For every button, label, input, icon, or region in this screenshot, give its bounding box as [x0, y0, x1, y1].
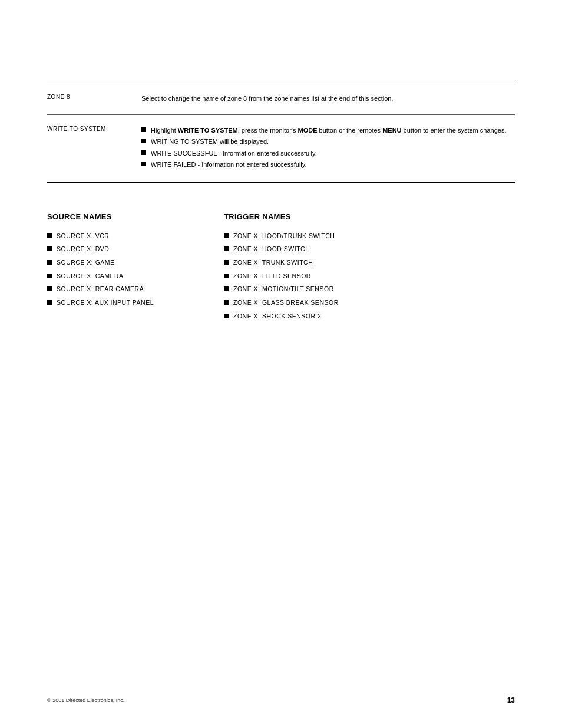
source-label-rear-camera: SOURCE X: REAR CAMERA [57, 285, 144, 294]
bullet-item-3: WRITE SUCCESSFUL - Information entered s… [141, 149, 515, 159]
page-footer: © 2001 Directed Electronics, Inc. 13 [47, 696, 515, 704]
source-bullet-6 [47, 300, 52, 305]
source-bullet-2 [47, 246, 52, 251]
source-bullet-4 [47, 274, 52, 278]
source-item-game: SOURCE X: GAME [47, 258, 200, 267]
trigger-bullet-5 [224, 286, 229, 291]
source-label-game: SOURCE X: GAME [57, 258, 115, 267]
trigger-names-column: Trigger Names ZONE X: HOOD/TRUNK SWITCH … [212, 212, 515, 325]
source-label-aux: SOURCE X: AUX INPUT PANEL [57, 298, 154, 307]
bullet-icon-1 [141, 127, 146, 132]
trigger-label-hood-trunk: ZONE X: HOOD/TRUNK SWITCH [233, 232, 335, 241]
bullet-item-4: WRITE FAILED - Information not entered s… [141, 160, 515, 170]
source-label-camera: SOURCE X: CAMERA [57, 272, 124, 281]
source-bullet-3 [47, 260, 52, 265]
bullet-text-3: WRITE SUCCESSFUL - Information entered s… [151, 149, 317, 159]
trigger-bullet-6 [224, 300, 229, 305]
source-names-heading: Source Names [47, 212, 200, 221]
source-bullet-5 [47, 286, 52, 291]
trigger-item-hood-trunk: ZONE X: HOOD/TRUNK SWITCH [224, 232, 515, 241]
source-item-dvd: SOURCE X: DVD [47, 245, 200, 253]
source-names-column: Source Names SOURCE X: VCR SOURCE X: DVD… [47, 212, 212, 325]
footer-copyright: © 2001 Directed Electronics, Inc. [47, 697, 124, 703]
trigger-label-motion: ZONE X: MOTION/TILT SENSOR [233, 285, 334, 294]
bold-mode: MODE [297, 127, 317, 134]
source-item-camera: SOURCE X: CAMERA [47, 272, 200, 281]
trigger-item-shock: ZONE X: SHOCK SENSOR 2 [224, 312, 515, 321]
bullet-icon-4 [141, 162, 146, 166]
bullet-item-2: WRITING TO SYSTEM will be displayed. [141, 137, 515, 147]
source-item-aux: SOURCE X: AUX INPUT PANEL [47, 298, 200, 307]
footer-page-number: 13 [507, 696, 515, 704]
trigger-list: ZONE X: HOOD/TRUNK SWITCH ZONE X: HOOD S… [224, 232, 515, 321]
trigger-item-trunk: ZONE X: TRUNK SWITCH [224, 258, 515, 267]
trigger-names-heading: Trigger Names [224, 212, 515, 221]
bullet-icon-2 [141, 139, 146, 143]
source-label-vcr: SOURCE X: VCR [57, 232, 109, 241]
table-cell-write-right: Highlight WRITE TO SYSTEM, press the mon… [141, 121, 515, 176]
trigger-label-hood: ZONE X: HOOD SWITCH [233, 245, 310, 253]
trigger-bullet-2 [224, 246, 229, 251]
trigger-item-field: ZONE X: FIELD SENSOR [224, 272, 515, 281]
trigger-bullet-7 [224, 314, 229, 318]
trigger-label-shock: ZONE X: SHOCK SENSOR 2 [233, 312, 321, 321]
trigger-bullet-3 [224, 260, 229, 265]
trigger-label-trunk: ZONE X: TRUNK SWITCH [233, 258, 313, 267]
trigger-item-glass: ZONE X: GLASS BREAK SENSOR [224, 298, 515, 307]
source-item-rear-camera: SOURCE X: REAR CAMERA [47, 285, 200, 294]
bold-write-to-system: WRITE TO SYSTEM [178, 127, 238, 134]
trigger-bullet-1 [224, 233, 229, 238]
table-cell-zone8-right: Select to change the name of zone 8 from… [141, 89, 515, 108]
bullet-text-4: WRITE FAILED - Information not entered s… [151, 160, 307, 170]
source-item-vcr: SOURCE X: VCR [47, 232, 200, 241]
source-label-dvd: SOURCE X: DVD [57, 245, 109, 253]
table-row-write: WRITE TO SYSTEM Highlight WRITE TO SYSTE… [47, 115, 515, 182]
write-system-bullet-list: Highlight WRITE TO SYSTEM, press the mon… [141, 126, 515, 170]
trigger-item-motion: ZONE X: MOTION/TILT SENSOR [224, 285, 515, 294]
trigger-item-hood: ZONE X: HOOD SWITCH [224, 245, 515, 253]
table-cell-zone8-left: ZONE 8 [47, 89, 141, 108]
trigger-label-glass: ZONE X: GLASS BREAK SENSOR [233, 298, 339, 307]
table-cell-write-left: WRITE TO SYSTEM [47, 121, 141, 176]
trigger-label-field: ZONE X: FIELD SENSOR [233, 272, 311, 281]
bullet-text-1: Highlight WRITE TO SYSTEM, press the mon… [151, 126, 506, 136]
two-column-section: Source Names SOURCE X: VCR SOURCE X: DVD… [47, 212, 515, 325]
table-section: ZONE 8 Select to change the name of zone… [47, 83, 515, 183]
page-container: ZONE 8 Select to change the name of zone… [0, 0, 562, 728]
bold-menu: MENU [382, 127, 401, 134]
table-row-zone8: ZONE 8 Select to change the name of zone… [47, 83, 515, 114]
bullet-item-1: Highlight WRITE TO SYSTEM, press the mon… [141, 126, 515, 136]
source-list: SOURCE X: VCR SOURCE X: DVD SOURCE X: GA… [47, 232, 200, 307]
bullet-icon-3 [141, 150, 146, 155]
bullet-text-2: WRITING TO SYSTEM will be displayed. [151, 137, 269, 147]
trigger-bullet-4 [224, 274, 229, 278]
source-bullet-1 [47, 233, 52, 238]
